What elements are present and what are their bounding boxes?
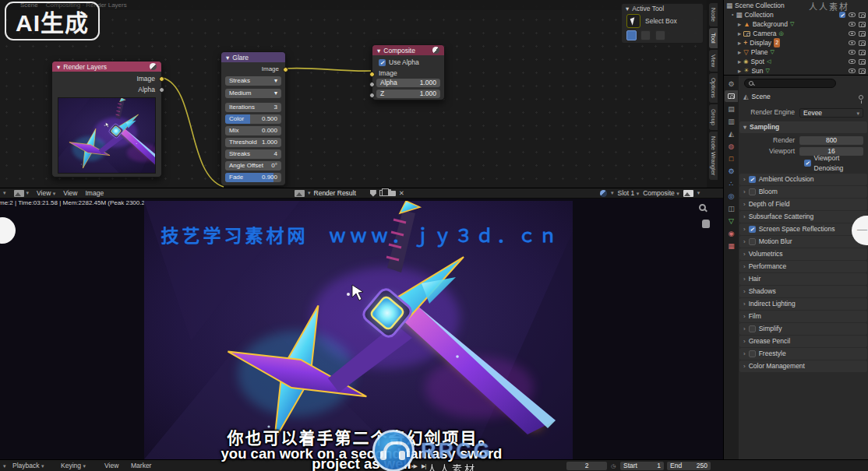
- eye-icon[interactable]: [849, 12, 856, 17]
- zoom-gizmo-icon[interactable]: [699, 204, 709, 214]
- image-editor[interactable]: ▾ ▾ View ▾ View Image ▾ Render Result ✕ …: [0, 188, 723, 459]
- image-browse-icon[interactable]: [295, 190, 305, 197]
- view-layer-tab-icon[interactable]: ▥: [725, 115, 738, 127]
- composite-node[interactable]: ▾ Composite ✓ Use Alpha Image Alpha1.000…: [372, 44, 445, 100]
- use-alpha-checkbox[interactable]: ✓: [379, 59, 386, 66]
- object-row-spot[interactable]: ▸ ◉ Spot ◁: [724, 57, 868, 66]
- constraints-tab-icon[interactable]: ◫: [725, 202, 738, 214]
- collection-checkbox[interactable]: ✓: [839, 12, 845, 18]
- collapse-icon[interactable]: ▾: [57, 63, 60, 71]
- object-row-camera[interactable]: ▸ Camera ◎: [724, 29, 868, 38]
- tab-node-wrangler[interactable]: Node Wrangler: [709, 132, 718, 180]
- texture-tab-icon[interactable]: ▦: [725, 240, 738, 251]
- camera-restrict-icon[interactable]: [859, 40, 866, 46]
- image-browse-chevron[interactable]: ▾: [308, 190, 311, 196]
- object-row-sun[interactable]: ▸ ☀ Sun ▽: [724, 66, 868, 76]
- properties-search-input[interactable]: [744, 79, 836, 88]
- section-subsurface-scattering[interactable]: ›Subsurface Scattering: [739, 211, 867, 223]
- camera-restrict-icon[interactable]: [859, 50, 866, 55]
- material-tab-icon[interactable]: ◉: [725, 227, 738, 239]
- section-freestyle[interactable]: ›✓Freestyle: [739, 348, 867, 360]
- compositor-node-editor[interactable]: Scene Compositing · Render Layers ▾ Rend…: [0, 0, 723, 188]
- render-tab-icon[interactable]: [725, 90, 738, 102]
- section-shadows[interactable]: ›Shadows: [739, 286, 867, 297]
- z-field[interactable]: Z1.000: [376, 90, 440, 98]
- particles-tab-icon[interactable]: ∴: [725, 178, 738, 189]
- expand-icon[interactable]: ▸: [738, 29, 741, 38]
- render-layers-node[interactable]: ▾ Render Layers Image Alpha: [51, 61, 162, 178]
- expand-icon[interactable]: ▸: [738, 38, 741, 47]
- display-channels-chevron[interactable]: ▾: [697, 190, 700, 196]
- section-ambient-occlusion[interactable]: ›✓Ambient Occlusion: [739, 174, 867, 185]
- camera-restrict-icon[interactable]: [859, 12, 866, 18]
- unlink-icon[interactable]: ✕: [399, 189, 404, 197]
- object-data-tab-icon[interactable]: ▽: [725, 215, 738, 227]
- iterations-field[interactable]: Iterations3: [225, 103, 281, 112]
- menu-view[interactable]: View: [63, 189, 77, 197]
- eye-icon[interactable]: [849, 31, 856, 36]
- section-checkbox[interactable]: ✓: [749, 350, 756, 357]
- eye-icon[interactable]: [849, 22, 856, 26]
- render-engine-dropdown[interactable]: Eevee▾: [799, 108, 863, 118]
- expand-icon[interactable]: ▸: [738, 66, 741, 76]
- tab-node[interactable]: Node: [709, 3, 718, 26]
- node-editor-header[interactable]: Scene Compositing · Render Layers: [0, 0, 723, 10]
- select-mode-extend-button[interactable]: [640, 30, 651, 40]
- view-settings-chevron[interactable]: ▾: [611, 190, 614, 196]
- alpha-output-socket[interactable]: [159, 87, 164, 93]
- section-film[interactable]: ›Film: [739, 311, 867, 322]
- glare-type-dropdown[interactable]: Streaks▾: [225, 76, 281, 86]
- streaks-field[interactable]: Streaks4: [225, 149, 281, 159]
- scene-tab-icon[interactable]: ◭: [725, 128, 738, 139]
- properties-editor[interactable]: ⚙ ▤ ▥ ◭ ◍ □ ⚙ ∴ ◎ ◫ ▽ ◉ ▦ ◭ Scene Render…: [723, 76, 868, 471]
- camera-restrict-icon[interactable]: [859, 22, 866, 27]
- editor-corner-icon[interactable]: ▾: [3, 190, 6, 196]
- new-image-icon[interactable]: [379, 190, 385, 196]
- section-performance[interactable]: ›Performance: [739, 261, 867, 272]
- object-row-display[interactable]: ▸ + Display 2: [724, 38, 868, 47]
- select-mode-new-button[interactable]: [626, 30, 637, 40]
- eye-icon[interactable]: [849, 50, 856, 54]
- eye-icon[interactable]: [849, 40, 856, 45]
- physics-tab-icon[interactable]: ◎: [725, 190, 738, 202]
- section-simplify[interactable]: ›✓Simplify: [739, 323, 867, 335]
- z-input-socket[interactable]: [369, 93, 375, 98]
- open-image-icon[interactable]: [388, 191, 396, 196]
- collapse-icon[interactable]: ▾: [377, 47, 380, 54]
- image-editor-header[interactable]: ▾ ▾ View ▾ View Image ▾ Render Result ✕ …: [0, 188, 723, 199]
- eye-icon[interactable]: [849, 69, 856, 73]
- fade-field[interactable]: Fade0.900: [225, 173, 281, 182]
- section-screen-space-reflections[interactable]: ›✓Screen Space Reflections: [739, 223, 867, 235]
- section-color-management[interactable]: ›Color Management: [739, 360, 867, 372]
- glare-node[interactable]: ▾ Glare Image Streaks▾ Medium▾ Iteration…: [221, 51, 286, 186]
- section-checkbox[interactable]: ✓: [749, 238, 756, 245]
- section-indirect-lighting[interactable]: ›Indirect Lighting: [739, 298, 867, 310]
- editor-type-chevron[interactable]: ▾: [26, 190, 30, 196]
- world-tab-icon[interactable]: ◍: [725, 140, 738, 152]
- object-tab-icon[interactable]: □: [725, 153, 738, 164]
- view-settings-icon[interactable]: [600, 190, 607, 197]
- eye-icon[interactable]: [849, 59, 856, 64]
- glare-quality-dropdown[interactable]: Medium▾: [225, 89, 281, 98]
- alpha-input-socket[interactable]: [369, 82, 375, 87]
- pan-gizmo-icon[interactable]: [702, 220, 712, 230]
- tool-tab-icon[interactable]: ⚙: [725, 78, 738, 90]
- object-row-plane[interactable]: ▸ ▽ Plane ▽: [724, 47, 868, 57]
- mix-field[interactable]: Mix0.000: [225, 126, 281, 135]
- slot-dropdown[interactable]: Slot 1 ▾: [618, 189, 640, 197]
- select-box-tool-icon[interactable]: [626, 14, 640, 28]
- section-checkbox[interactable]: ✓: [749, 226, 756, 233]
- section-grease-pencil[interactable]: ›Grease Pencil: [739, 336, 867, 347]
- viewport-denoising-checkbox[interactable]: ✓: [804, 160, 811, 167]
- shield-icon[interactable]: [370, 190, 376, 197]
- object-row-background[interactable]: ▸ ▲ Background ▽: [724, 19, 868, 29]
- collapse-icon[interactable]: ▾: [626, 5, 629, 12]
- section-checkbox[interactable]: ✓: [749, 188, 756, 195]
- active-tool-panel[interactable]: ▾ Active Tool Select Box: [621, 3, 704, 44]
- tab-group[interactable]: Group: [709, 104, 718, 130]
- section-motion-blur[interactable]: ›✓Motion Blur: [739, 236, 867, 248]
- expand-icon[interactable]: ▸: [738, 57, 741, 66]
- expand-icon[interactable]: ▸: [738, 47, 741, 57]
- camera-restrict-icon[interactable]: [859, 59, 866, 65]
- viewport-denoising-row[interactable]: ✓ Viewport Denoising: [739, 158, 868, 168]
